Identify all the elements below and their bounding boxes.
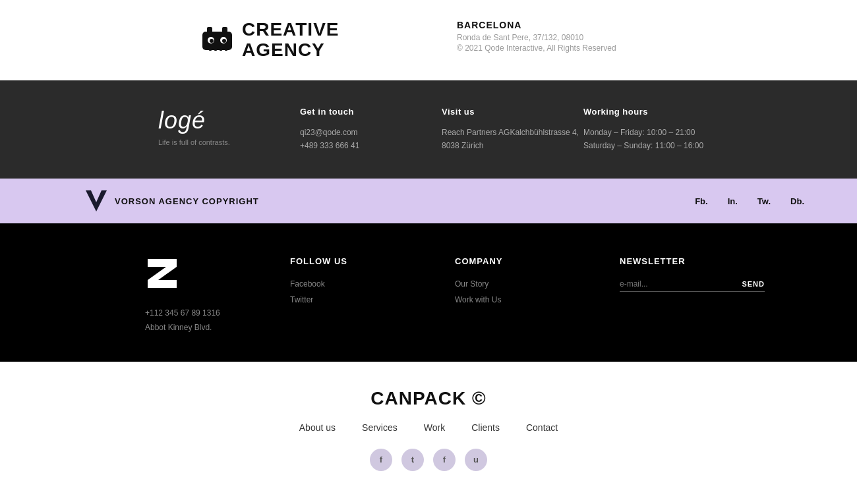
contact-heading: Get in touch: [300, 107, 442, 117]
visit-heading: Visit us: [442, 107, 583, 117]
barcelona-info: BARCELONA Ronda de Sant Pere, 37/132, 08…: [457, 20, 616, 53]
dark-col-contact: Get in touch qi23@qode.com +489 333 666 …: [300, 107, 442, 153]
canpack-twitter-icon[interactable]: t: [401, 449, 424, 471]
dark-col-hours: Working hours Monday – Friday: 10:00 – 2…: [583, 107, 725, 153]
svg-rect-7: [209, 47, 212, 51]
canpack-flickr-icon[interactable]: f: [433, 449, 456, 471]
vorson-logo-area: VORSON AGENCY COPYRIGHT: [86, 190, 259, 211]
newsletter-form: SEND: [620, 279, 765, 292]
hours-weekday: Monday – Friday: 10:00 – 21:00: [583, 126, 725, 139]
vorson-in-link[interactable]: In.: [728, 196, 738, 206]
barcelona-city: BARCELONA: [457, 20, 616, 30]
vorson-db-link[interactable]: Db.: [790, 196, 804, 206]
our-story-link[interactable]: Our Story: [455, 279, 620, 289]
visit-address1: Reach Partners AGKalchbühlstrasse 4,: [442, 126, 583, 139]
canpack-clients-link[interactable]: Clients: [471, 422, 500, 433]
hours-weekend: Saturday – Sunday: 11:00 – 16:00: [583, 139, 725, 152]
dark-footer: logé Life is full of contrasts. Get in t…: [0, 80, 857, 179]
z-logo-icon: [145, 256, 179, 291]
main-logo: CREATIVE AGEncy: [199, 20, 340, 61]
svg-rect-9: [220, 47, 222, 51]
canpack-tumblr-icon[interactable]: u: [465, 449, 487, 471]
black-phone: +112 345 67 89 1316 Abbot Kinney Blvd.: [145, 306, 290, 335]
follow-col: FOLLOW US Facebook Twitter: [290, 256, 455, 335]
canpack-social-icons: f t f u: [0, 449, 857, 471]
canpack-nav: About us Services Work Clients Contact: [0, 422, 857, 433]
svg-rect-1: [207, 27, 212, 35]
company-heading: COMPANY: [455, 256, 620, 266]
logo-text: CREATIVE AGEncy: [242, 20, 340, 61]
contact-phone: +489 333 666 41: [300, 139, 442, 152]
svg-point-5: [210, 39, 214, 43]
monster-icon: [199, 22, 235, 58]
newsletter-send-button[interactable]: SEND: [742, 280, 765, 288]
contact-email: qi23@qode.com: [300, 126, 442, 139]
svg-rect-10: [225, 47, 227, 51]
dark-col-visit: Visit us Reach Partners AGKalchbühlstras…: [442, 107, 583, 153]
twitter-link[interactable]: Twitter: [290, 295, 455, 304]
follow-heading: FOLLOW US: [290, 256, 455, 266]
dark-col-brand: logé Life is full of contrasts.: [158, 107, 300, 153]
svg-rect-8: [214, 47, 217, 51]
vorson-fb-link[interactable]: Fb.: [695, 196, 708, 206]
newsletter-col: NEWSLETTER SEND: [620, 256, 817, 335]
vorson-text: VORSON AGENCY COPYRIGHT: [115, 196, 259, 206]
canpack-services-link[interactable]: Services: [362, 422, 398, 433]
company-col: COMPANY Our Story Work with Us: [455, 256, 620, 335]
vorson-icon: [86, 190, 107, 211]
barcelona-address: Ronda de Sant Pere, 37/132, 08010: [457, 33, 616, 42]
vorson-tw-link[interactable]: Tw.: [757, 196, 771, 206]
canpack-footer: CANPACK © About us Services Work Clients…: [0, 362, 857, 491]
black-brand-col: +112 345 67 89 1316 Abbot Kinney Blvd.: [145, 256, 290, 335]
loge-tagline: Life is full of contrasts.: [158, 138, 300, 146]
barcelona-copyright: © 2021 Qode Interactive, All Rights Rese…: [457, 43, 616, 53]
svg-point-6: [222, 39, 226, 43]
newsletter-email-input[interactable]: [620, 279, 742, 289]
canpack-work-link[interactable]: Work: [424, 422, 445, 433]
white-header: CREATIVE AGEncy BARCELONA Ronda de Sant …: [0, 0, 857, 80]
canpack-contact-link[interactable]: Contact: [526, 422, 558, 433]
svg-rect-2: [222, 27, 227, 35]
lavender-bar: VORSON AGENCY COPYRIGHT Fb. In. Tw. Db.: [0, 179, 857, 223]
svg-rect-0: [202, 32, 232, 50]
facebook-link[interactable]: Facebook: [290, 279, 455, 289]
newsletter-heading: NEWSLETTER: [620, 256, 817, 266]
loge-brand: logé: [158, 107, 300, 134]
canpack-facebook-icon[interactable]: f: [370, 449, 392, 471]
visit-address2: 8038 Zürich: [442, 139, 583, 152]
svg-marker-11: [86, 190, 107, 211]
black-footer: +112 345 67 89 1316 Abbot Kinney Blvd. F…: [0, 223, 857, 361]
work-with-us-link[interactable]: Work with Us: [455, 295, 620, 304]
canpack-title: CANPACK ©: [0, 388, 857, 409]
svg-marker-13: [148, 259, 177, 288]
vorson-social-links: Fb. In. Tw. Db.: [695, 196, 804, 206]
canpack-about-link[interactable]: About us: [299, 422, 336, 433]
hours-heading: Working hours: [583, 107, 725, 117]
